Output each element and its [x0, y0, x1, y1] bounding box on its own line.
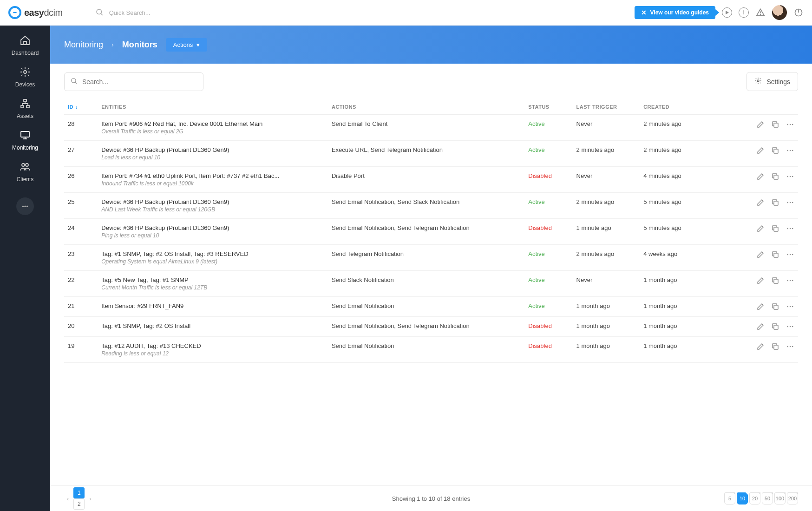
more-icon[interactable]: [786, 120, 794, 129]
page-prev[interactable]: ‹: [64, 495, 72, 502]
table-row[interactable]: 26Item Port: #734 #1 eth0 Uplink Port, I…: [64, 167, 798, 193]
entity-subtitle: AND Last Week Traffic is less or equal 1…: [101, 206, 324, 213]
power-icon[interactable]: [793, 7, 804, 18]
more-icon[interactable]: [786, 322, 794, 331]
edit-icon[interactable]: [756, 198, 765, 207]
copy-icon[interactable]: [771, 224, 779, 233]
svg-point-22: [792, 124, 793, 125]
col-id[interactable]: ID↓: [64, 99, 98, 115]
table-row[interactable]: 24Device: #36 HP Backup (ProLiant DL360 …: [64, 219, 798, 245]
edit-icon[interactable]: [756, 172, 765, 181]
actions-dropdown[interactable]: Actions ▾: [166, 38, 208, 52]
more-icon[interactable]: [786, 250, 794, 259]
more-icon[interactable]: [786, 198, 794, 207]
logo[interactable]: easydcim: [8, 6, 63, 19]
col-created[interactable]: CREATED: [640, 99, 740, 115]
copy-icon[interactable]: [771, 322, 779, 331]
copy-icon[interactable]: [771, 342, 779, 351]
breadcrumb-current: Monitors: [122, 40, 157, 50]
svg-point-42: [792, 254, 793, 255]
edit-icon[interactable]: [756, 120, 765, 129]
table-row[interactable]: 19Tag: #12 AUDIT, Tag: #13 CHECKEDReadin…: [64, 337, 798, 363]
copy-icon[interactable]: [771, 146, 779, 155]
sidebar-item-clients[interactable]: Clients: [17, 161, 34, 183]
cell-id: 20: [64, 317, 98, 337]
cell-last-trigger: 1 month ago: [573, 317, 640, 337]
cell-created: 2 minutes ago: [640, 141, 740, 167]
footer: ‹ 12 › Showing 1 to 10 of 18 entries 510…: [50, 485, 812, 511]
svg-point-38: [792, 228, 793, 229]
settings-button[interactable]: Settings: [747, 72, 798, 91]
edit-icon[interactable]: [756, 146, 765, 155]
col-status[interactable]: STATUS: [524, 99, 572, 115]
copy-icon[interactable]: [771, 302, 779, 311]
more-icon[interactable]: [786, 302, 794, 311]
search-input[interactable]: [64, 72, 203, 91]
status-badge: Disabled: [528, 224, 552, 231]
size-20[interactable]: 20: [749, 492, 760, 504]
table-row[interactable]: 21Item Sensor: #29 FRNT_FAN9Send Email N…: [64, 297, 798, 317]
svg-point-4: [760, 14, 761, 15]
svg-point-52: [787, 326, 788, 327]
table-row[interactable]: 28Item Port: #906 #2 Red Hat, Inc. Devic…: [64, 115, 798, 141]
more-icon[interactable]: [786, 224, 794, 233]
video-guides-button[interactable]: ✕ View our video guides: [635, 6, 715, 19]
edit-icon[interactable]: [756, 276, 765, 285]
svg-point-28: [787, 176, 788, 177]
monitors-table: ID↓ ENTITIES ACTIONS STATUS LAST TRIGGER…: [64, 99, 798, 363]
size-50[interactable]: 50: [762, 492, 773, 504]
edit-icon[interactable]: [756, 322, 765, 331]
copy-icon[interactable]: [771, 276, 779, 285]
edit-icon[interactable]: [756, 250, 765, 259]
table-row[interactable]: 27Device: #36 HP Backup (ProLiant DL360 …: [64, 141, 798, 167]
sidebar-item-monitoring[interactable]: Monitoring: [12, 130, 38, 151]
svg-point-45: [790, 280, 791, 281]
sidebar-item-dashboard[interactable]: Dashboard: [12, 35, 39, 56]
entity-title: Device: #36 HP Backup (ProLiant DL360 Ge…: [101, 224, 324, 231]
size-200[interactable]: 200: [787, 492, 798, 504]
col-actions[interactable]: ACTIONS: [328, 99, 524, 115]
size-10[interactable]: 10: [737, 492, 748, 504]
edit-icon[interactable]: [756, 224, 765, 233]
col-entities[interactable]: ENTITIES: [98, 99, 328, 115]
quick-search[interactable]: Quick Search...: [95, 8, 151, 18]
sidebar-more-button[interactable]: •••: [16, 197, 34, 215]
table-row[interactable]: 25Device: #36 HP Backup (ProLiant DL360 …: [64, 193, 798, 219]
more-icon[interactable]: [786, 146, 794, 155]
more-icon[interactable]: [786, 276, 794, 285]
close-icon[interactable]: ✕: [641, 9, 647, 16]
search-field[interactable]: [82, 78, 197, 85]
page-next[interactable]: ›: [86, 495, 94, 502]
status-badge: Disabled: [528, 342, 552, 349]
edit-icon[interactable]: [756, 342, 765, 351]
edit-icon[interactable]: [756, 302, 765, 311]
sidebar-item-assets[interactable]: Assets: [17, 98, 33, 119]
svg-rect-39: [774, 253, 778, 257]
more-icon[interactable]: [786, 342, 794, 351]
page-1[interactable]: 1: [73, 487, 85, 498]
size-5[interactable]: 5: [724, 492, 735, 504]
table-row[interactable]: 20Tag: #1 SNMP, Tag: #2 OS InstallSend E…: [64, 317, 798, 337]
avatar[interactable]: [772, 5, 787, 20]
entity-subtitle: Current Month Traffic is less or equal 1…: [101, 284, 324, 291]
copy-icon[interactable]: [771, 198, 779, 207]
play-icon[interactable]: [722, 7, 732, 18]
page-2[interactable]: 2: [73, 498, 85, 510]
copy-icon[interactable]: [771, 120, 779, 129]
size-100[interactable]: 100: [774, 492, 786, 504]
copy-icon[interactable]: [771, 250, 779, 259]
more-icon[interactable]: [786, 172, 794, 181]
cell-id: 21: [64, 297, 98, 317]
info-icon[interactable]: i: [739, 7, 749, 18]
copy-icon[interactable]: [771, 172, 779, 181]
sidebar-item-devices[interactable]: Devices: [15, 66, 35, 88]
alert-icon[interactable]: [755, 7, 766, 18]
breadcrumb-parent[interactable]: Monitoring: [64, 40, 103, 50]
svg-rect-51: [774, 325, 778, 329]
cell-actions: Send Email Notification, Send Telegram N…: [328, 219, 524, 245]
col-last-trigger[interactable]: LAST TRIGGER: [573, 99, 640, 115]
cell-actions: Send Email Notification, Send Telegram N…: [328, 317, 524, 337]
table-row[interactable]: 22Tag: #5 New Tag, Tag: #1 SNMPCurrent M…: [64, 271, 798, 297]
table-row[interactable]: 23Tag: #1 SNMP, Tag: #2 OS Install, Tag:…: [64, 245, 798, 271]
svg-rect-31: [774, 201, 778, 205]
